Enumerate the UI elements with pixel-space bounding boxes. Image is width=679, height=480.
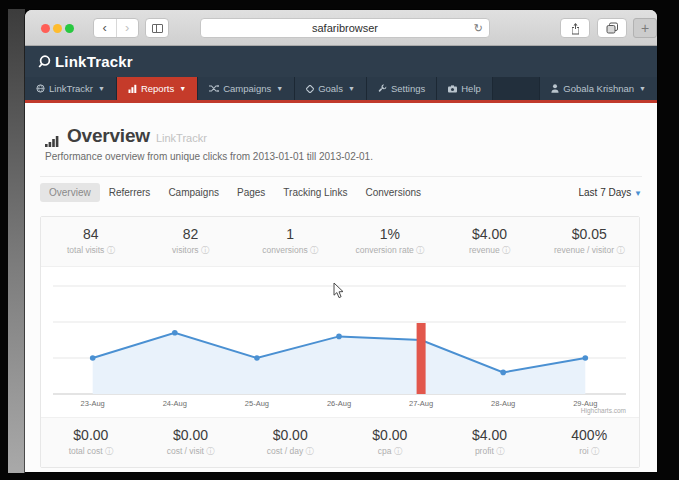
nav-item-reports[interactable]: Reports▼ xyxy=(117,77,198,100)
stat-conversion-rate: 1%conversion rate ⓘ xyxy=(340,226,440,256)
overview-bars-icon xyxy=(45,134,61,147)
stat-label: cpa ⓘ xyxy=(340,446,440,457)
page-title-suffix: LinkTrackr xyxy=(156,132,207,144)
stat-label: total visits ⓘ xyxy=(41,245,141,256)
nav-item-label: Gobala Krishnan xyxy=(563,83,634,94)
linktrackr-logo[interactable]: LinkTrackr xyxy=(37,53,133,70)
chevron-down-icon: ▼ xyxy=(634,189,642,198)
stat-label: revenue ⓘ xyxy=(440,245,540,256)
stat-value: $0.05 xyxy=(539,226,639,242)
new-tab-button[interactable]: + xyxy=(633,18,657,38)
nav-item-settings[interactable]: Settings xyxy=(367,77,437,100)
app-header: LinkTrackr xyxy=(25,46,657,77)
info-icon[interactable]: ⓘ xyxy=(496,447,504,456)
nav-item-label: LinkTrackr xyxy=(49,83,93,94)
tab-tracking-links[interactable]: Tracking Links xyxy=(274,183,356,202)
address-bar[interactable]: safaribrowser ↻ xyxy=(200,18,490,38)
wrench-icon xyxy=(378,84,387,93)
stat-label: conversions ⓘ xyxy=(240,245,340,256)
nav-item-help[interactable]: Help xyxy=(437,77,493,100)
share-button[interactable] xyxy=(560,18,590,38)
refresh-icon[interactable]: ↻ xyxy=(474,22,483,35)
sidebar-toggle-button[interactable] xyxy=(145,18,169,38)
stat-label: cost / day ⓘ xyxy=(240,446,340,457)
info-icon[interactable]: ⓘ xyxy=(201,246,209,255)
tab-overview[interactable]: Overview xyxy=(40,183,100,202)
minimize-window-button[interactable] xyxy=(53,24,62,33)
svg-text:24-Aug: 24-Aug xyxy=(163,399,187,408)
stat-label: roi ⓘ xyxy=(539,446,639,457)
stat-cpa: $0.00cpa ⓘ xyxy=(340,427,440,457)
nav-item-campaigns[interactable]: Campaigns▼ xyxy=(198,77,295,100)
date-range-label: Last 7 Days xyxy=(578,187,631,198)
info-icon[interactable]: ⓘ xyxy=(206,447,214,456)
chevron-down-icon: ▼ xyxy=(179,85,186,92)
back-button[interactable]: ‹ xyxy=(94,19,116,37)
report-tabs: OverviewReferrersCampaignsPagesTracking … xyxy=(40,176,642,208)
tab-referrers[interactable]: Referrers xyxy=(100,183,160,202)
info-icon[interactable]: ⓘ xyxy=(502,246,510,255)
tab-pages[interactable]: Pages xyxy=(228,183,274,202)
date-range-dropdown[interactable]: Last 7 Days ▼ xyxy=(578,187,642,198)
tab-overview-icon xyxy=(606,22,619,34)
tab-campaigns[interactable]: Campaigns xyxy=(159,183,228,202)
nav-item-user-menu[interactable]: Gobala Krishnan▼ xyxy=(539,77,657,100)
stat-value: 400% xyxy=(539,427,639,443)
forward-button[interactable]: › xyxy=(116,19,139,37)
svg-text:28-Aug: 28-Aug xyxy=(491,399,515,408)
svg-text:27-Aug: 27-Aug xyxy=(409,399,433,408)
svg-text:26-Aug: 26-Aug xyxy=(327,399,351,408)
tab-conversions[interactable]: Conversions xyxy=(356,183,430,202)
desktop-background xyxy=(8,9,25,473)
stat-value: 82 xyxy=(141,226,241,242)
mouse-cursor xyxy=(333,282,345,299)
info-icon[interactable]: ⓘ xyxy=(105,447,113,456)
user-icon xyxy=(551,84,559,93)
stat-value: $0.00 xyxy=(41,427,141,443)
stat-label: visitors ⓘ xyxy=(141,245,241,256)
stat-profit: $4.00profit ⓘ xyxy=(440,427,540,457)
zoom-window-button[interactable] xyxy=(65,24,74,33)
sidebar-icon xyxy=(152,24,163,33)
stat-value: $0.00 xyxy=(340,427,440,443)
info-icon[interactable]: ⓘ xyxy=(310,246,318,255)
show-all-tabs-button[interactable] xyxy=(597,18,627,38)
nav-item-label: Reports xyxy=(141,83,174,94)
svg-text:23-Aug: 23-Aug xyxy=(81,399,105,408)
info-icon[interactable]: ⓘ xyxy=(416,246,424,255)
logo-text: LinkTrackr xyxy=(55,53,133,70)
share-icon xyxy=(570,22,581,35)
chevron-down-icon: ▼ xyxy=(639,85,646,92)
info-icon[interactable]: ⓘ xyxy=(616,246,624,255)
titlebar[interactable]: ‹ › safaribrowser ↻ xyxy=(25,10,657,46)
nav-item-goals[interactable]: Goals▼ xyxy=(295,77,367,100)
info-icon[interactable]: ⓘ xyxy=(394,447,402,456)
stat-label: conversion rate ⓘ xyxy=(340,245,440,256)
chevron-down-icon: ▼ xyxy=(276,85,283,92)
stat-cost-day: $0.00cost / day ⓘ xyxy=(240,427,340,457)
info-icon[interactable]: ⓘ xyxy=(591,447,599,456)
nav-item-linktrackr[interactable]: LinkTrackr▼ xyxy=(25,77,117,100)
nav-item-label: Settings xyxy=(391,83,425,94)
stat-value: $0.00 xyxy=(240,427,340,443)
stat-value: $4.00 xyxy=(440,226,540,242)
linktrackr-logo-icon xyxy=(37,54,52,69)
chevron-down-icon: ▼ xyxy=(98,85,105,92)
page-subtitle: Performance overview from unique clicks … xyxy=(45,151,657,162)
screenshot-frame: ‹ › safaribrowser ↻ xyxy=(0,0,679,480)
close-window-button[interactable] xyxy=(41,24,50,33)
stat-roi: 400%roi ⓘ xyxy=(539,427,639,457)
highcharts-credit[interactable]: Highcharts.com xyxy=(581,407,626,415)
stat-revenue: $4.00revenue ⓘ xyxy=(440,226,540,256)
stat-revenue-visitor: $0.05revenue / visitor ⓘ xyxy=(539,226,639,256)
info-icon[interactable]: ⓘ xyxy=(306,447,314,456)
overview-panel: 84total visits ⓘ82visitors ⓘ1conversions… xyxy=(40,216,640,468)
bar-chart-icon xyxy=(128,84,137,93)
info-icon[interactable]: ⓘ xyxy=(107,246,115,255)
plus-icon: + xyxy=(641,20,649,36)
page-head: Overview LinkTrackr Performance overview… xyxy=(25,103,657,162)
globe-icon xyxy=(36,84,45,93)
stat-label: revenue / visitor ⓘ xyxy=(539,245,639,256)
stat-label: cost / visit ⓘ xyxy=(141,446,241,457)
safari-window: ‹ › safaribrowser ↻ xyxy=(25,10,657,472)
